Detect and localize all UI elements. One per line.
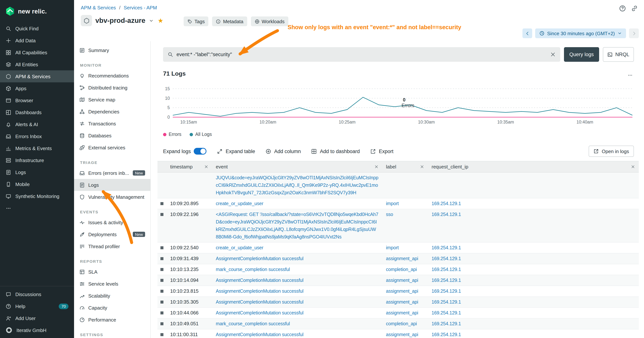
- log-row[interactable]: 10:09:22.540create_or_update_userimport1…: [158, 242, 639, 253]
- subnav-item-errors-errors-inb[interactable]: Errors (errors inb...New: [74, 167, 150, 179]
- sidebar-item-dashboards[interactable]: Dashboards: [0, 106, 74, 118]
- log-level-marker[interactable]: [160, 268, 164, 271]
- cell-label-link[interactable]: assignment_api: [386, 256, 418, 261]
- log-level-marker[interactable]: [160, 333, 164, 336]
- workloads-button[interactable]: Workloads: [251, 17, 288, 26]
- cell-event-link[interactable]: AssignmentCompletionMutation successful: [216, 332, 304, 337]
- sidebar-item-metrics-events[interactable]: Metrics & Events: [0, 142, 74, 154]
- cell-label-link[interactable]: completion_api: [386, 267, 417, 272]
- cell-request-client-ip-link[interactable]: 169.254.129.1: [432, 267, 461, 272]
- col-header-label[interactable]: label: [382, 161, 428, 172]
- help-circle-icon[interactable]: [619, 5, 626, 12]
- sidebar-item-logs[interactable]: Logs: [0, 166, 74, 178]
- metadata-button[interactable]: Metadata: [212, 17, 247, 26]
- sidebar-item-infrastructure[interactable]: Infrastructure: [0, 154, 74, 166]
- cell-label-link[interactable]: assignment_api: [386, 289, 418, 294]
- clear-query-icon[interactable]: [550, 52, 556, 57]
- sidebar-item-all-entities[interactable]: All Entities: [0, 58, 74, 70]
- log-level-marker[interactable]: [160, 290, 164, 293]
- log-row[interactable]: 10:10:14.094AssignmentCompletionMutation…: [158, 275, 639, 286]
- expand-table-button[interactable]: Expand table: [217, 148, 255, 154]
- log-row[interactable]: 10:10:13.235mark_course_completion succe…: [158, 264, 639, 275]
- cell-event-link[interactable]: AssignmentCompletionMutation successful: [216, 256, 304, 261]
- cell-label-link[interactable]: assignment_api: [386, 310, 418, 315]
- subnav-item-performance[interactable]: Performance: [74, 314, 150, 326]
- remove-column-icon[interactable]: [631, 165, 635, 169]
- nrql-button[interactable]: NRQL: [603, 47, 634, 62]
- log-row[interactable]: JUQVU&code=eyJraWQiOiJjcGltY29yZV8wOTl1M…: [158, 173, 639, 198]
- sidebar-item-apm-services[interactable]: APM & Services: [0, 70, 74, 82]
- subnav-item-databases[interactable]: Databases: [74, 130, 150, 142]
- subnav-item-logs[interactable]: Logs: [74, 179, 150, 191]
- subnav-item-deployments[interactable]: DeploymentsNew: [74, 228, 150, 240]
- subnav-item-sla[interactable]: SLA: [74, 266, 150, 278]
- subnav-item-recommendations[interactable]: Recommendations: [74, 70, 150, 82]
- cell-request-client-ip-link[interactable]: 169.254.129.1: [432, 310, 461, 315]
- cell-event-link[interactable]: create_or_update_user: [216, 245, 263, 250]
- sidebar-item-synthetic-monitoring[interactable]: Synthetic Monitoring: [0, 190, 74, 202]
- sidebar-item-browser[interactable]: Browser: [0, 94, 74, 106]
- log-level-marker[interactable]: [160, 279, 164, 282]
- cell-request-client-ip-link[interactable]: 169.254.129.1: [432, 299, 461, 305]
- cell-request-client-ip-link[interactable]: 169.254.129.1: [432, 289, 461, 294]
- expand-logs-toggle[interactable]: [194, 148, 207, 155]
- cell-label-link[interactable]: assignment_api: [386, 332, 418, 337]
- brand[interactable]: new relic.: [0, 0, 74, 23]
- cell-request-client-ip-link[interactable]: 169.254.129.1: [432, 278, 461, 283]
- more-options-icon[interactable]: [627, 73, 634, 78]
- log-row[interactable]: 10:10:23.815AssignmentCompletionMutation…: [158, 286, 639, 297]
- sidebar-item-alerts-ai[interactable]: Alerts & AI: [0, 118, 74, 130]
- subnav-item-service-levels[interactable]: Service levels: [74, 278, 150, 290]
- sidebar-item-apps[interactable]: Apps: [0, 82, 74, 94]
- log-row[interactable]: 10:10:49.051mark_course_completion succe…: [158, 318, 639, 329]
- breadcrumb-apm-services[interactable]: APM & Services: [81, 5, 116, 11]
- log-row[interactable]: 10:09:31.439AssignmentCompletionMutation…: [158, 253, 639, 264]
- log-level-marker[interactable]: [160, 246, 164, 249]
- remove-column-icon[interactable]: [204, 165, 208, 169]
- cell-event-link[interactable]: AssignmentCompletionMutation successful: [216, 289, 304, 294]
- time-back-button[interactable]: [522, 29, 532, 38]
- breadcrumb-services-apm[interactable]: Services - APM: [124, 5, 157, 11]
- cell-event-link[interactable]: AssignmentCompletionMutation successful: [216, 299, 304, 305]
- cell-label-link[interactable]: import: [386, 245, 399, 250]
- sidebar-item-add-user[interactable]: Add User: [0, 312, 74, 324]
- col-header-event[interactable]: event: [212, 161, 382, 172]
- subnav-item-summary[interactable]: Summary: [74, 44, 150, 56]
- cell-label-link[interactable]: sso: [386, 212, 393, 217]
- subnav-item-transactions[interactable]: Transactions: [74, 118, 150, 130]
- cell-label-link[interactable]: import: [386, 201, 399, 206]
- log-row[interactable]: 10:10:35.305AssignmentCompletionMutation…: [158, 297, 639, 308]
- subnav-item-thread-profiler[interactable]: Thread profiler: [74, 240, 150, 252]
- cell-event-link[interactable]: mark_course_completion successful: [216, 267, 290, 272]
- log-row[interactable]: 10:11:00.311AssignmentCompletionMutation…: [158, 329, 639, 338]
- cell-event-link[interactable]: create_or_update_user: [216, 201, 263, 206]
- cell-request-client-ip-link[interactable]: 169.254.129.1: [432, 332, 461, 337]
- cell-request-client-ip-link[interactable]: 169.254.129.1: [432, 245, 461, 250]
- subnav-item-external-services[interactable]: External services: [74, 142, 150, 153]
- cell-event-link[interactable]: mark_course_completion successful: [216, 321, 290, 326]
- log-level-marker[interactable]: [160, 213, 164, 216]
- sidebar-item-all-capabilities[interactable]: All Capabilities: [0, 47, 74, 58]
- cell-request-client-ip-link[interactable]: 169.254.129.1: [432, 212, 461, 217]
- tags-button[interactable]: Tags: [184, 17, 208, 26]
- entity-switcher-chevron-icon[interactable]: [149, 18, 154, 23]
- subnav-item-issues-activity[interactable]: Issues & activity: [74, 216, 150, 228]
- cell-event-link[interactable]: AssignmentCompletionMutation successful: [216, 278, 304, 283]
- sidebar-item-errors-inbox[interactable]: Errors Inbox: [0, 130, 74, 142]
- time-forward-button[interactable]: [629, 29, 639, 38]
- log-level-marker[interactable]: [160, 257, 164, 260]
- col-header-request-client-ip[interactable]: request_client_ip: [428, 161, 639, 172]
- cell-request-client-ip-link[interactable]: 169.254.129.1: [432, 321, 461, 326]
- log-query-input[interactable]: [176, 52, 547, 57]
- open-in-logs-button[interactable]: Open in logs: [589, 146, 634, 157]
- cell-label-link[interactable]: completion_api: [386, 321, 417, 326]
- log-row[interactable]: 10:10:44.066AssignmentCompletionMutation…: [158, 308, 639, 318]
- log-query-bar[interactable]: [163, 47, 560, 62]
- subnav-item-dependencies[interactable]: Dependencies: [74, 106, 150, 118]
- cell-event-link[interactable]: <ASGIRequest: GET '/sso/callback/?state=…: [216, 212, 378, 240]
- subnav-item-distributed-tracing[interactable]: Distributed tracing: [74, 82, 150, 94]
- remove-column-icon[interactable]: [374, 165, 378, 169]
- sidebar-item-quick-find[interactable]: Quick Find: [0, 23, 74, 35]
- col-header-timestamp[interactable]: timestamp: [166, 161, 212, 172]
- query-logs-button[interactable]: Query logs: [564, 47, 599, 62]
